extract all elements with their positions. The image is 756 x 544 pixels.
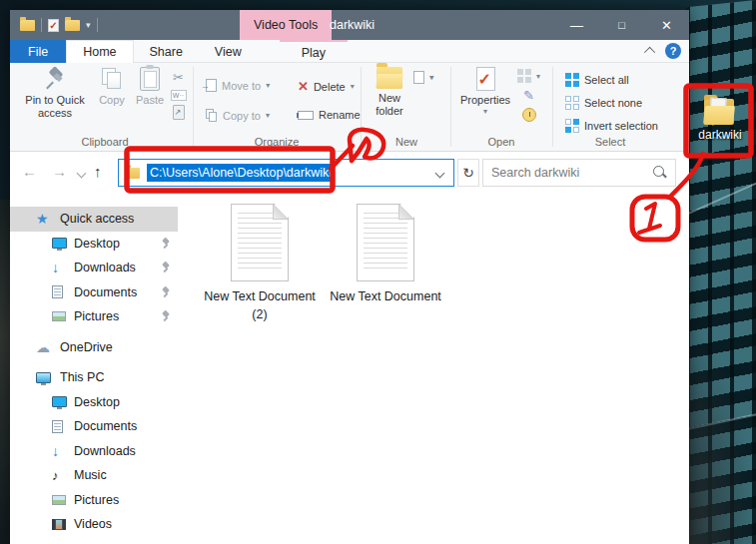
tab-play[interactable]: Play [280,40,348,63]
tab-file[interactable]: File [10,40,66,63]
copy-button[interactable]: Copy [92,67,132,107]
paste-shortcut-icon[interactable] [173,105,185,120]
sidebar-item-local-disk[interactable]: Local Disk (C:) [10,537,178,544]
onedrive-icon: ☁ [36,339,50,355]
sidebar-item-pictures-pc[interactable]: Pictures [10,488,178,513]
title-bar: ✓ ▾ Video Tools darkwiki — □ ✕ [10,10,689,40]
documents-icon [52,420,63,433]
move-to-button[interactable]: Move to ▾ [206,79,270,92]
open-icon [517,69,531,83]
group-label-open: Open [457,136,545,148]
address-row: ← → ↑ C:\Users\Alone\Desktop\darkwiki ↻ [10,152,689,196]
pin-to-quick-access-button[interactable]: Pin to Quick access [18,67,92,120]
rename-button[interactable]: Rename [298,109,361,121]
paste-button[interactable]: Paste [130,67,170,107]
sidebar-item-music[interactable]: ♪ Music [10,463,178,488]
properties-icon: ✓ [476,67,495,91]
text-file-icon [231,204,289,281]
group-label-organize: Organize [222,136,332,148]
new-small-buttons: ▾ ▾ [413,71,433,84]
file-list: New Text Document (2) New Text Document [178,196,689,544]
videos-icon [52,519,66,530]
folder-icon[interactable] [20,20,35,31]
invert-selection-button[interactable]: Invert selection [565,119,658,133]
sidebar-item-this-pc[interactable]: This PC [10,365,178,390]
pin-icon [44,67,66,91]
ribbon: Pin to Quick access Copy Paste ✂ W·· Cli… [10,63,689,152]
documents-icon [52,285,63,298]
desktop-icon [52,396,67,407]
rename-icon [298,111,314,120]
recent-locations-icon[interactable] [77,169,87,179]
collapse-ribbon-icon[interactable] [644,47,655,58]
new-folder-button[interactable]: New folder [368,67,411,118]
contextual-tab-video-tools[interactable]: Video Tools [240,10,332,40]
select-all-button[interactable]: Select all [565,73,629,87]
explorer-window: ✓ ▾ Video Tools darkwiki — □ ✕ File Home… [10,10,689,544]
pictures-icon [52,311,66,321]
search-input[interactable] [483,166,652,180]
clipboard-small-buttons: ✂ W·· [170,69,187,120]
move-to-icon [206,79,217,92]
up-icon[interactable]: ↑ [94,163,102,180]
maximize-button[interactable]: □ [599,10,644,40]
group-label-clipboard: Clipboard [50,136,160,148]
sidebar-item-documents-pc[interactable]: Documents [10,414,178,439]
sidebar-item-downloads-pc[interactable]: ↓ Downloads [10,439,178,464]
content-area: ★ Quick access Desktop ↓ Downloads Docum… [10,196,689,544]
edit-icon[interactable]: ✎ [520,87,537,104]
sidebar-item-documents[interactable]: Documents [10,280,178,305]
chevron-down-icon[interactable]: ▾ [86,21,91,30]
divider [97,18,98,32]
this-pc-icon [36,372,51,383]
chevron-down-icon: ▾ [351,82,355,91]
sidebar-item-downloads[interactable]: ↓ Downloads [10,256,178,280]
properties-icon[interactable]: ✓ [48,19,59,32]
navigation-pane: ★ Quick access Desktop ↓ Downloads Docum… [10,196,178,544]
address-bar[interactable]: C:\Users\Alone\Desktop\darkwiki [118,159,454,187]
forward-icon[interactable]: → [52,163,67,180]
downloads-icon: ↓ [52,260,59,275]
cut-icon[interactable]: ✂ [170,69,187,86]
quick-access-toolbar: ✓ ▾ [10,18,98,32]
select-none-button[interactable]: Select none [565,96,642,110]
window-title: darkwiki [330,10,375,40]
refresh-button[interactable]: ↻ [457,159,479,187]
sidebar-item-quick-access[interactable]: ★ Quick access [10,207,178,232]
copy-path-icon[interactable]: W·· [171,90,187,101]
new-folder-icon[interactable] [65,20,80,31]
file-new-text-document[interactable]: New Text Document [330,204,441,305]
tab-share[interactable]: Share [134,40,199,63]
chevron-down-icon[interactable] [435,169,445,179]
paste-icon [140,67,160,91]
search-icon[interactable] [652,165,667,181]
file-new-text-document-2[interactable]: New Text Document (2) [204,204,316,323]
sidebar-item-pictures[interactable]: Pictures [10,304,178,329]
copy-to-button[interactable]: Copy to ▾ [206,109,270,122]
tab-home[interactable]: Home [66,40,133,63]
new-item-icon [413,71,424,84]
tab-view[interactable]: View [199,40,258,63]
desktop-folder-darkwiki[interactable]: darkwiki [693,96,747,142]
back-icon[interactable]: ← [22,163,37,180]
open-button[interactable]: ▾ [517,69,540,83]
address-path[interactable]: C:\Users\Alone\Desktop\darkwiki [147,164,335,182]
group-label-select: Select [565,136,655,148]
history-icon[interactable] [522,108,536,122]
help-icon[interactable]: ? [665,43,681,59]
sidebar-item-desktop-pc[interactable]: Desktop [10,390,178,415]
folder-icon [702,96,738,126]
delete-button[interactable]: ✕ Delete ▾ [298,79,355,94]
minimize-button[interactable]: — [554,10,599,40]
desktop-icon [52,238,67,249]
sidebar-item-desktop[interactable]: Desktop [10,232,178,257]
ribbon-tabs: File Home Share View Play ? [10,40,689,63]
sidebar-item-onedrive[interactable]: ☁ OneDrive [10,335,178,360]
desktop-folder-label: darkwiki [693,128,747,142]
close-button[interactable]: ✕ [644,10,689,40]
chevron-down-icon: ▾ [457,107,513,116]
properties-button[interactable]: ✓ Properties ▾ [457,67,513,116]
sidebar-item-videos[interactable]: Videos [10,512,178,537]
screen: darkwiki ✓ ▾ Video Tools darkwiki — □ ✕ … [0,0,756,544]
chevron-down-icon: ▾ [266,111,270,120]
